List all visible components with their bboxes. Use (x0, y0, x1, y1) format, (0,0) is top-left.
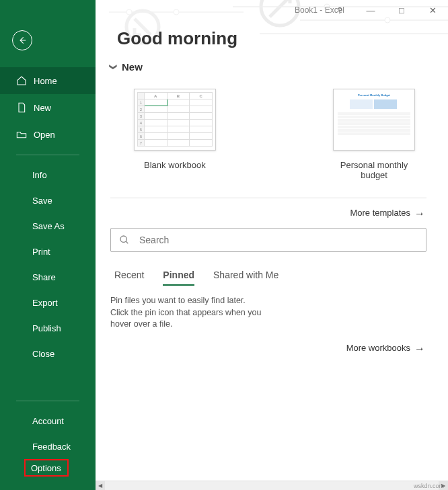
pinned-empty-hint: Pin files you want to easily find later.… (110, 295, 265, 331)
file-icon (16, 102, 27, 113)
minimize-button[interactable]: — (355, 0, 386, 20)
divider (16, 155, 79, 155)
nav-info[interactable]: Info (0, 162, 96, 188)
template-budget-label: Personal monthly budget (328, 160, 420, 180)
arrow-right-icon: → (414, 343, 425, 354)
watermark: wskdn.com (414, 483, 444, 489)
new-section-header[interactable]: ❯ New (110, 61, 426, 73)
tab-pinned[interactable]: Pinned (163, 270, 194, 286)
horizontal-scrollbar[interactable]: ◀ ▶ (96, 481, 448, 490)
search-icon (119, 235, 130, 245)
titlebar: Book1 - Excel ? — □ ✕ (191, 0, 448, 20)
nav-saveas[interactable]: Save As (0, 213, 96, 239)
tab-shared[interactable]: Shared with Me (213, 270, 278, 286)
chevron-down-icon: ❯ (109, 64, 118, 70)
nav-print[interactable]: Print (0, 239, 96, 264)
budget-thumb: Personal Monthly Budget (333, 89, 415, 151)
nav-home[interactable]: Home (0, 67, 96, 94)
nav-open[interactable]: Open (0, 121, 96, 148)
main-panel: Book1 - Excel ? — □ ✕ Good morning ❯ New… (96, 0, 448, 481)
nav-new-label: New (34, 103, 51, 113)
search-input[interactable] (139, 235, 418, 245)
more-templates-link[interactable]: More templates→ (110, 198, 426, 220)
home-icon (16, 75, 27, 86)
divider (16, 401, 79, 401)
svg-point-5 (174, 9, 179, 15)
file-tabs: Recent Pinned Shared with Me (114, 270, 426, 286)
arrow-right-icon: → (414, 208, 425, 219)
nav-save[interactable]: Save (0, 188, 96, 213)
nav-new[interactable]: New (0, 94, 96, 121)
svg-point-6 (120, 236, 126, 242)
greeting: Good morning (117, 28, 448, 49)
nav-close[interactable]: Close (0, 341, 96, 366)
nav-export[interactable]: Export (0, 290, 96, 315)
nav-home-label: Home (34, 76, 57, 86)
close-window-button[interactable]: ✕ (417, 0, 448, 20)
nav-share[interactable]: Share (0, 264, 96, 290)
nav-feedback[interactable]: Feedback (0, 434, 96, 459)
template-blank-label: Blank workbook (129, 160, 221, 170)
nav-options[interactable]: Options (24, 459, 69, 477)
new-section-label: New (122, 61, 143, 73)
back-button[interactable] (12, 30, 32, 50)
sidebar: Home New Open Info Save Save As Print Sh… (0, 0, 96, 490)
back-arrow-icon (17, 36, 27, 45)
template-blank-workbook[interactable]: ABC 1 2 3 4 5 6 7 Blank workbook (129, 89, 221, 180)
tab-recent[interactable]: Recent (114, 270, 144, 286)
template-personal-budget[interactable]: Personal Monthly Budget Personal monthly… (328, 89, 420, 180)
svg-point-4 (126, 9, 132, 15)
blank-workbook-thumb: ABC 1 2 3 4 5 6 7 (134, 89, 216, 151)
folder-open-icon (16, 129, 27, 140)
search-box[interactable] (110, 228, 426, 252)
nav-publish[interactable]: Publish (0, 315, 96, 341)
maximize-button[interactable]: □ (386, 0, 417, 20)
more-workbooks-link[interactable]: More workbooks→ (110, 343, 426, 355)
nav-open-label: Open (34, 130, 55, 140)
nav-account[interactable]: Account (0, 408, 96, 434)
window-title: Book1 - Excel (295, 5, 344, 15)
scroll-left-button[interactable]: ◀ (96, 481, 105, 491)
